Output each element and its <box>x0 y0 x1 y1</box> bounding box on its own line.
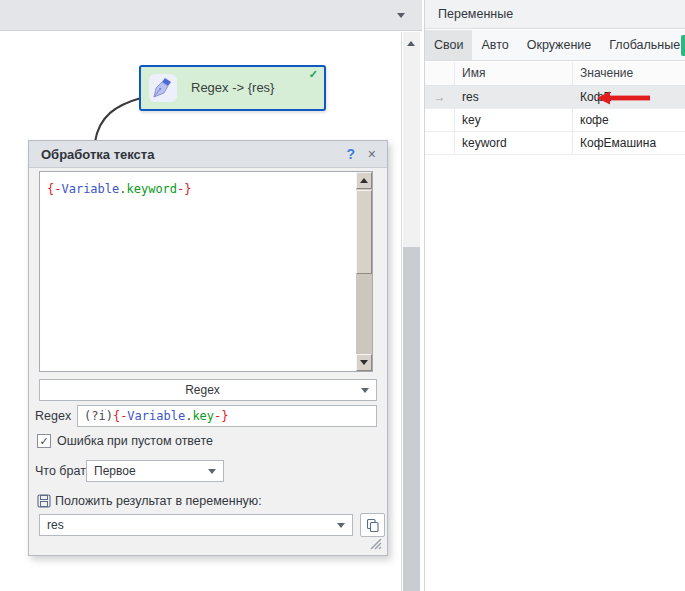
variables-table: Имя Значение → res КофЕ key кофе <box>425 62 685 155</box>
canvas-scrollbar-thumb[interactable] <box>403 247 420 591</box>
error-on-empty-label: Ошибка при пустом ответе <box>57 432 213 450</box>
table-row[interactable]: → res КофЕ <box>425 86 685 109</box>
table-header-row: Имя Значение <box>425 62 685 86</box>
take-select[interactable]: Первое <box>86 460 224 482</box>
row-pointer-icon: → <box>425 86 455 108</box>
tab-own[interactable]: Свои <box>425 30 472 60</box>
regex-input[interactable]: (?i){-Variable.key-} <box>77 405 377 427</box>
chevron-down-icon <box>361 388 369 393</box>
code-segment: Variable <box>127 409 185 423</box>
row-gutter <box>425 109 455 131</box>
source-text: {-Variable.keyword-} <box>47 182 192 196</box>
code-segment: (?i) <box>84 409 113 423</box>
chevron-down-icon <box>208 469 216 474</box>
code-segment: {- <box>113 409 127 423</box>
take-select-value: Первое <box>94 461 205 481</box>
chevron-down-icon <box>337 523 345 528</box>
textarea-scrollbar-thumb[interactable] <box>356 190 372 274</box>
app-window: Regex -> {res} ✓ Обработка текста ? × {-… <box>0 0 685 591</box>
variable-value[interactable]: кофе <box>573 109 685 131</box>
variables-tabs: Свои Авто Окружение Глобальные <box>425 30 685 61</box>
error-on-empty-checkbox[interactable]: ✓ <box>37 434 51 448</box>
mode-select[interactable]: Regex <box>39 379 377 401</box>
tab-global[interactable]: Глобальные <box>600 30 685 60</box>
canvas-toolbar <box>0 0 422 31</box>
row-gutter <box>425 132 455 154</box>
regex-label: Regex <box>35 405 71 427</box>
code-segment: -} <box>177 182 191 196</box>
add-variable-button[interactable] <box>681 35 685 56</box>
regex-action-node[interactable]: Regex -> {res} ✓ <box>139 65 326 111</box>
variable-value[interactable]: КофЕмашина <box>573 132 685 154</box>
resize-grip-icon[interactable] <box>369 539 382 550</box>
code-segment: -} <box>214 409 228 423</box>
scroll-up-icon[interactable] <box>356 172 372 189</box>
textarea-scrollbar[interactable] <box>356 172 372 371</box>
save-icon <box>37 494 51 508</box>
code-segment: Variable <box>61 182 119 196</box>
text-processing-dialog: Обработка текста ? × {-Variable.keyword-… <box>28 140 388 556</box>
copy-button[interactable] <box>360 513 385 537</box>
scroll-up-icon[interactable] <box>407 41 415 46</box>
scroll-down-icon[interactable] <box>356 354 372 371</box>
dialog-title: Обработка текста <box>41 141 154 168</box>
code-segment: {- <box>47 182 61 196</box>
table-row[interactable]: key кофе <box>425 109 685 132</box>
canvas-vertical-scrollbar[interactable] <box>403 32 420 591</box>
variable-name[interactable]: res <box>455 86 573 108</box>
result-variable-select[interactable]: res <box>39 514 353 536</box>
toolbar-dropdown-arrow-icon[interactable] <box>397 13 405 18</box>
column-header-name[interactable]: Имя <box>455 62 573 85</box>
variables-panel-header: Переменные <box>425 0 685 29</box>
gutter-column-header <box>425 62 455 85</box>
variable-name[interactable]: keyword <box>455 132 573 154</box>
copy-icon <box>365 518 380 533</box>
success-check-icon: ✓ <box>309 68 318 81</box>
table-row[interactable]: keyword КофЕмашина <box>425 132 685 155</box>
red-arrow-annotation-icon <box>597 91 651 105</box>
result-variable-label: Положить результат в переменную: <box>55 492 262 510</box>
column-header-value[interactable]: Значение <box>573 62 685 85</box>
result-variable-value: res <box>47 515 334 535</box>
code-segment: key <box>192 409 214 423</box>
tab-environment[interactable]: Окружение <box>518 30 601 60</box>
dialog-titlebar[interactable]: Обработка текста ? × <box>29 141 387 168</box>
help-icon[interactable]: ? <box>346 141 355 168</box>
variable-name[interactable]: key <box>455 109 573 131</box>
variables-panel: Переменные Свои Авто Окружение Глобальны… <box>424 0 685 591</box>
take-label: Что брать <box>35 460 92 482</box>
mode-select-value: Regex <box>47 380 358 400</box>
flowchart-canvas[interactable]: Regex -> {res} ✓ Обработка текста ? × {-… <box>0 32 402 591</box>
node-label: Regex -> {res} <box>191 67 274 109</box>
pen-icon <box>149 74 177 102</box>
source-text-area[interactable]: {-Variable.keyword-} <box>39 171 373 372</box>
close-icon[interactable]: × <box>368 141 376 168</box>
panel-title: Переменные <box>438 0 513 29</box>
tab-auto[interactable]: Авто <box>472 30 517 60</box>
code-segment: keyword <box>126 182 177 196</box>
